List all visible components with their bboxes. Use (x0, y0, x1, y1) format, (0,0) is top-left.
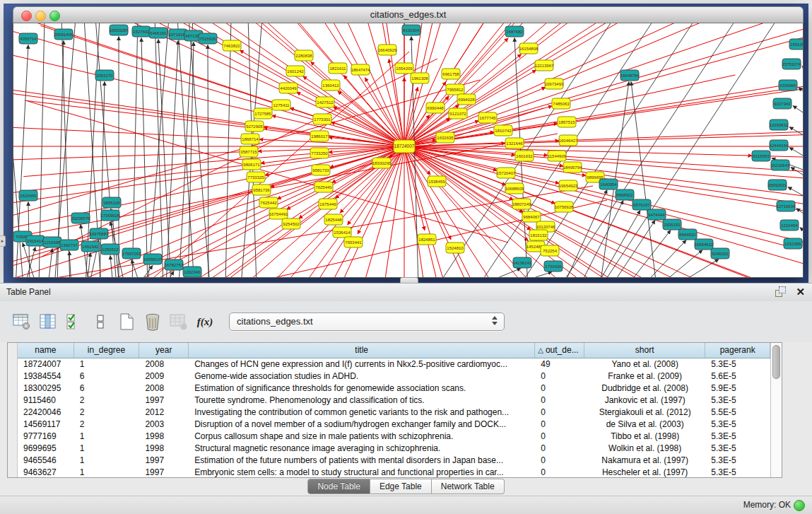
network-node[interactable]: 1538459 (428, 176, 446, 187)
float-panel-icon[interactable] (775, 286, 786, 297)
table-row[interactable]: 1456911722003Disruption of a novel membe… (18, 419, 770, 431)
table-row[interactable]: 969969511998Structural magnetic resonanc… (18, 443, 770, 455)
network-node[interactable]: 10688609 (505, 183, 524, 194)
network-node[interactable]: 16782753 (165, 259, 184, 270)
network-node[interactable]: 9272905 (245, 121, 264, 132)
select-visible-columns-icon[interactable] (62, 310, 86, 334)
network-node[interactable]: 3915414 (26, 235, 45, 246)
network-node[interactable]: 8944520 (678, 229, 697, 240)
network-node[interactable]: 7733250 (310, 148, 329, 158)
network-node[interactable]: 7515526 (199, 33, 217, 44)
network-node[interactable]: 10975887 (90, 228, 109, 239)
citation-network-graph[interactable]: 2280838160124244200491275411172758592729… (13, 23, 803, 277)
network-node[interactable]: 10756928 (555, 201, 574, 212)
network-node[interactable]: 6994028 (457, 94, 476, 105)
network-node[interactable]: 9581733 (312, 165, 330, 175)
network-node[interactable]: 4355714 (19, 33, 37, 44)
network-node[interactable]: 12213967 (535, 60, 554, 71)
table-row[interactable]: 1830029562008Estimation of significance … (18, 382, 770, 395)
network-node[interactable]: 2935153 (663, 219, 681, 230)
network-node[interactable]: 18724007 (394, 140, 415, 153)
network-node[interactable]: 1677745 (478, 112, 497, 123)
network-node[interactable]: 1727585 (254, 108, 272, 119)
network-node[interactable]: 1675449 (319, 199, 337, 209)
network-node[interactable]: 12444154 (770, 140, 789, 151)
table-settings-icon[interactable] (10, 310, 34, 334)
network-node[interactable]: 1215688 (43, 237, 61, 247)
function-builder-icon[interactable]: f(x) (193, 310, 217, 334)
network-node[interactable]: 12710634 (777, 201, 796, 211)
network-node[interactable]: 15751074 (782, 59, 801, 69)
network-node[interactable]: 1632635 (436, 132, 454, 143)
network-node[interactable]: 6579197 (632, 199, 651, 210)
network-node[interactable]: 17957253 (122, 248, 141, 259)
network-node[interactable]: 1591064 (789, 39, 803, 49)
table-row[interactable]: 1872400712008Changes of HCN gene express… (18, 358, 770, 370)
close-panel-icon[interactable]: ✕ (796, 286, 805, 297)
network-node[interactable]: 7733325 (247, 172, 265, 182)
network-node[interactable]: 1554209 (395, 63, 413, 74)
network-node[interactable]: 1451942 (81, 241, 100, 252)
show-columns-icon[interactable] (36, 310, 60, 334)
column-header-year[interactable]: year (139, 343, 189, 358)
network-node[interactable]: 9245022 (711, 248, 729, 259)
network-node[interactable]: 10958107 (143, 254, 163, 264)
network-node[interactable]: 1961308 (411, 73, 429, 83)
network-node[interactable]: 1250513 (101, 244, 119, 255)
row-height-icon[interactable] (88, 310, 112, 334)
network-node[interactable]: 10653287 (110, 25, 129, 35)
network-node[interactable]: 18300295 (372, 158, 392, 168)
network-node[interactable]: 3587715 (240, 146, 258, 157)
network-node[interactable]: 20691406 (54, 29, 73, 40)
network-node[interactable]: 1821611 (329, 63, 347, 74)
network-node[interactable]: 2280838 (295, 50, 313, 61)
network-node[interactable]: 2687682 (505, 26, 524, 37)
network-node[interactable]: 15692931 (768, 180, 787, 190)
network-node[interactable]: 1292346 (183, 267, 201, 277)
network-node[interactable]: 20206576 (71, 213, 90, 223)
network-node[interactable]: 7653441 (344, 237, 363, 247)
network-node[interactable]: 6990448 (426, 103, 445, 113)
network-node[interactable]: 7485063 (552, 98, 570, 109)
network-node[interactable]: 14136141 (513, 257, 532, 268)
table-row[interactable]: 946554611997Estimation of the future num… (18, 455, 770, 467)
network-node[interactable]: 1815132 (529, 230, 548, 240)
column-header-name[interactable]: name (18, 343, 74, 358)
network-node[interactable]: 1536414 (333, 227, 351, 238)
network-node[interactable]: 752254 (541, 245, 559, 256)
memory-status-label[interactable]: Memory: OK (743, 496, 791, 513)
network-node[interactable]: 1824851 (418, 234, 436, 245)
network-node[interactable]: 9474444 (647, 209, 666, 220)
hidden-panel-arrow[interactable]: ▸ (0, 235, 6, 247)
network-node[interactable]: 17359928 (101, 210, 120, 221)
network-node[interactable]: 1986017 (310, 131, 329, 141)
network-node[interactable]: 18647474 (351, 64, 370, 75)
table-row[interactable]: 2242004622012Investigating the contribut… (18, 407, 770, 419)
network-node[interactable]: 10973493 (545, 78, 564, 89)
network-node[interactable]: 6961758 (442, 69, 460, 79)
network-node[interactable]: 16648784 (620, 70, 640, 81)
network-node[interactable]: 1275411 (272, 100, 290, 110)
network-node[interactable]: 1342737 (60, 240, 78, 250)
network-node[interactable]: 16754491 (269, 209, 288, 219)
network-node[interactable]: 2620650 (19, 190, 37, 201)
network-node[interactable]: 1601632 (515, 151, 534, 161)
table-selector-dropdown[interactable]: citations_edges.txt (229, 313, 505, 331)
network-node[interactable]: 9581736 (252, 185, 271, 195)
network-node[interactable]: 7625442 (259, 197, 278, 208)
network-node[interactable]: 1640954 (599, 179, 618, 189)
network-node[interactable]: 19654923 (559, 180, 578, 191)
network-node[interactable]: 1524810 (446, 243, 464, 253)
network-canvas[interactable]: 2280838160124244200491275411172758592729… (13, 23, 804, 278)
network-node[interactable]: 6466160 (149, 28, 167, 38)
network-node[interactable]: 1868714 (241, 134, 259, 144)
network-node[interactable]: 18495794 (563, 162, 582, 173)
table-row[interactable]: 911546021997Tourette syndrome. Phenomeno… (18, 395, 770, 407)
network-node[interactable]: 9806171 (242, 159, 261, 170)
network-node[interactable]: 1360412 (322, 80, 340, 90)
network-node[interactable]: 16154808 (519, 43, 539, 54)
network-node[interactable]: 1210365 (784, 238, 802, 249)
network-node[interactable]: 11544909 (548, 151, 567, 161)
network-node[interactable]: 1895118 (102, 197, 121, 208)
vertical-scrollbar[interactable] (770, 343, 782, 477)
